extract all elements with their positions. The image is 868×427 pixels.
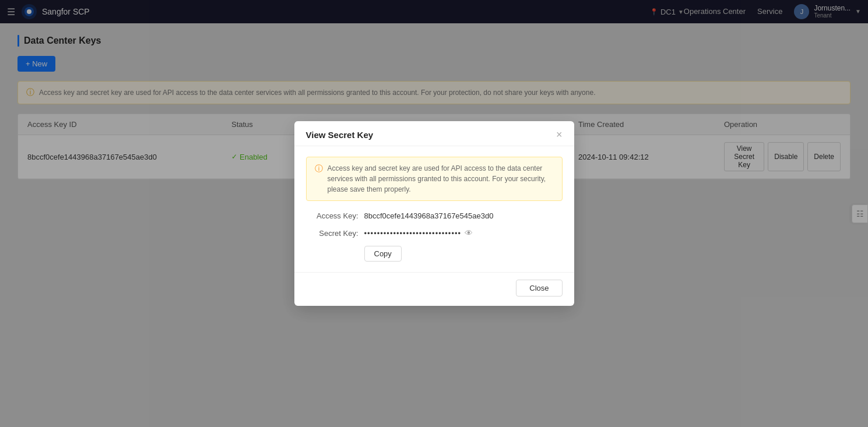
access-key-field: Access Key: 8bccf0cefe1443968a37167e545a… xyxy=(306,211,563,220)
modal-warning-text: Access key and secret key are used for A… xyxy=(328,163,554,195)
access-key-value: 8bccf0cefe1443968a37167e545ae3d0 xyxy=(364,211,494,220)
modal-header: View Secret Key × xyxy=(294,121,574,146)
secret-key-dots: •••••••••••••••••••••••••••••• xyxy=(364,229,462,238)
modal-overlay: View Secret Key × ⓘ Access key and secre… xyxy=(0,0,868,427)
view-secret-key-modal: View Secret Key × ⓘ Access key and secre… xyxy=(294,121,574,306)
warning-icon: ⓘ xyxy=(315,164,323,195)
copy-button[interactable]: Copy xyxy=(364,246,402,262)
modal-body: ⓘ Access key and secret key are used for… xyxy=(294,146,574,272)
modal-close-footer-button[interactable]: Close xyxy=(516,280,562,297)
toggle-secret-key-icon[interactable]: 👁 xyxy=(465,228,473,238)
modal-title: View Secret Key xyxy=(306,130,374,140)
main-area: Data Center Keys + New ⓘ Access key and … xyxy=(0,23,868,427)
secret-key-label: Secret Key: xyxy=(306,229,359,238)
access-key-label: Access Key: xyxy=(306,211,359,220)
modal-close-button[interactable]: × xyxy=(556,129,563,140)
secret-key-field: Secret Key: ••••••••••••••••••••••••••••… xyxy=(306,228,563,238)
modal-footer: Close xyxy=(294,272,574,306)
modal-warning: ⓘ Access key and secret key are used for… xyxy=(306,157,563,201)
secret-key-value-wrap: •••••••••••••••••••••••••••••• 👁 xyxy=(364,228,473,238)
copy-button-wrap: Copy xyxy=(306,246,563,262)
